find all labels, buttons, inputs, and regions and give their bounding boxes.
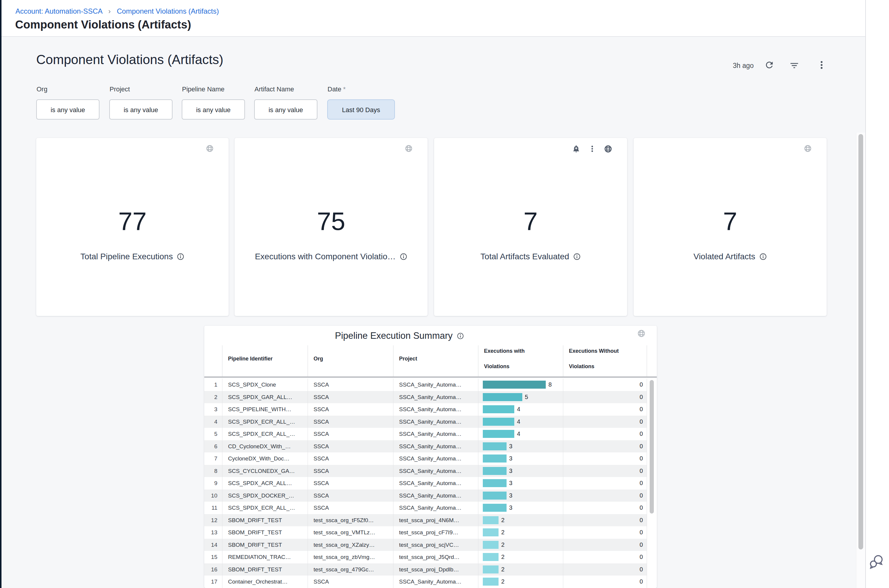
info-icon[interactable] <box>759 253 767 261</box>
cell-pipeline-identifier: SBOM_DRIFT_TEST <box>228 539 308 551</box>
tile-value: 77 <box>36 206 229 237</box>
table-row[interactable]: 5SCS_SPDX_ECR_ALL_…SSCASSCA_Sanity_Autom… <box>204 428 647 440</box>
violations-bar <box>483 516 499 524</box>
violations-bar-value: 5 <box>525 391 528 404</box>
row-number: 12 <box>204 514 217 526</box>
table-row[interactable]: 8SCS_CYCLONEDX_GA…SSCASSCA_Sanity_Automa… <box>204 465 647 477</box>
info-icon[interactable] <box>177 253 184 261</box>
table-row[interactable]: 7CycloneDX_With_Doc…SSCASSCA_Sanity_Auto… <box>204 452 647 465</box>
column-header-pipeline-identifier[interactable]: Pipeline Identifier <box>228 356 272 362</box>
cell-executions-without-violations: 0 <box>584 576 643 588</box>
cell-pipeline-identifier: SCS_SPDX_DOCKER_… <box>228 489 308 502</box>
violations-bar <box>483 418 514 426</box>
column-header-org[interactable]: Org <box>314 356 323 362</box>
breadcrumb-account-link[interactable]: Account: Automation-SSCA <box>15 7 102 15</box>
violations-bar <box>483 405 514 413</box>
violations-bar-value: 4 <box>517 403 520 416</box>
column-header-executions-with-violations[interactable]: Executions withViolations <box>484 348 525 370</box>
cell-pipeline-identifier: SCS_SPDX_GAR_ALL… <box>228 391 308 404</box>
breadcrumb-current-link[interactable]: Component Violations (Artifacts) <box>117 7 219 15</box>
tile-more-menu-icon[interactable] <box>588 145 596 153</box>
row-number: 6 <box>204 440 217 453</box>
cell-pipeline-identifier: SCS_CYCLONEDX_GA… <box>228 465 308 477</box>
violations-bar-value: 2 <box>501 563 504 576</box>
cell-org: test_ssca_org_tF5Zf0… <box>314 514 393 526</box>
column-header-project[interactable]: Project <box>399 356 417 362</box>
table-row[interactable]: 2SCS_SPDX_GAR_ALL…SSCASSCA_Sanity_Automa… <box>204 391 647 404</box>
column-divider <box>308 378 308 588</box>
row-number: 13 <box>204 526 217 539</box>
table-row[interactable]: 12SBOM_DRIFT_TESTtest_ssca_org_tF5Zf0…te… <box>204 514 647 526</box>
table-row[interactable]: 11SCS_SPDX_ECR_ALL_…SSCASSCA_Sanity_Auto… <box>204 502 647 514</box>
filter-icon[interactable] <box>789 60 799 70</box>
cell-pipeline-identifier: SCS_SPDX_ACR_ALL… <box>228 477 308 489</box>
tile-label: Violated Artifacts <box>693 252 755 261</box>
cell-pipeline-identifier: SCS_SPDX_ECR_ALL_… <box>228 428 308 440</box>
header-divider <box>222 345 223 377</box>
violations-bar <box>483 393 522 401</box>
violations-bar <box>483 492 507 500</box>
cell-org: SSCA <box>314 428 393 440</box>
table-row[interactable]: 13SBOM_DRIFT_TESTtest_ssca_org_VMTLz…tes… <box>204 526 647 539</box>
column-divider <box>563 378 563 588</box>
table-row[interactable]: 15REMEDIATION_TRAC…test_ssca_org_zbVmg…t… <box>204 551 647 563</box>
info-icon[interactable] <box>573 253 581 261</box>
violations-bar-value: 3 <box>509 489 513 502</box>
filter-pipeline-name-value[interactable]: is any value <box>182 99 245 120</box>
violations-bar-value: 2 <box>501 551 504 563</box>
cell-pipeline-identifier: SBOM_DRIFT_TEST <box>228 526 308 539</box>
table-row[interactable]: 3SCS_PIPELINE_WITH…SSCASSCA_Sanity_Autom… <box>204 403 647 416</box>
table-row[interactable]: 9SCS_SPDX_ACR_ALL…SSCASSCA_Sanity_Automa… <box>204 477 647 489</box>
chat-bubbles-icon[interactable] <box>868 554 885 570</box>
filter-date-value[interactable]: Last 90 Days <box>327 99 395 120</box>
tile-executions-with-component-violations: 75 Executions with Component Violatio… <box>235 138 427 316</box>
cell-pipeline-identifier: SCS_PIPELINE_WITH… <box>228 403 308 416</box>
cell-project: SSCA_Sanity_Automa… <box>399 465 478 477</box>
dashboard-right-border <box>865 0 866 588</box>
cell-pipeline-identifier: SCS_SPDX_ECR_ALL_… <box>228 416 308 428</box>
filter-artifact-name-value[interactable]: is any value <box>254 99 317 120</box>
last-refreshed-label: 3h ago <box>733 62 754 70</box>
table-scrollbar-thumb[interactable] <box>650 380 654 513</box>
info-icon[interactable] <box>457 332 464 340</box>
cell-pipeline-identifier: SBOM_DRIFT_TEST <box>228 563 308 576</box>
cell-project: SSCA_Sanity_Automa… <box>399 428 478 440</box>
violations-bar-value: 3 <box>509 502 513 514</box>
table-row[interactable]: 1SCS_SPDX_CloneSSCASSCA_Sanity_Automa…80 <box>204 378 647 391</box>
cell-project: SSCA_Sanity_Automa… <box>399 502 478 514</box>
table-row[interactable]: 4SCS_SPDX_ECR_ALL_…SSCASSCA_Sanity_Autom… <box>204 416 647 428</box>
refresh-icon[interactable] <box>764 60 775 70</box>
table-row[interactable]: 6CD_CycloneDX_With_…SSCASSCA_Sanity_Auto… <box>204 440 647 453</box>
info-icon[interactable] <box>400 253 408 261</box>
globe-icon[interactable] <box>206 144 214 153</box>
globe-icon[interactable] <box>804 144 812 153</box>
violations-bar <box>483 479 507 487</box>
cell-pipeline-identifier: Container_Orchestrat… <box>228 576 308 588</box>
cell-executions-without-violations: 0 <box>584 477 643 489</box>
add-alert-icon[interactable] <box>572 144 581 153</box>
tile-value: 7 <box>634 206 827 237</box>
table-row[interactable]: 10SCS_SPDX_DOCKER_…SSCASSCA_Sanity_Autom… <box>204 489 647 502</box>
cell-project: SSCA_Sanity_Automa… <box>399 452 478 465</box>
cell-org: test_ssca_org_zbVmg… <box>314 551 393 563</box>
violations-bar-value: 3 <box>509 477 513 489</box>
filter-org-value[interactable]: is any value <box>36 99 99 120</box>
filter-date-label: Date * <box>328 86 346 93</box>
more-menu-icon[interactable] <box>817 60 827 70</box>
row-number: 14 <box>204 539 217 551</box>
violations-bar <box>483 467 507 475</box>
column-header-executions-without-violations[interactable]: Executions WithoutViolations <box>569 348 619 370</box>
table-row[interactable]: 14SBOM_DRIFT_TESTtest_ssca_org_XZalzy…te… <box>204 539 647 551</box>
globe-icon[interactable] <box>637 329 645 338</box>
breadcrumb: Account: Automation-SSCA › Component Vio… <box>15 7 219 15</box>
globe-icon[interactable] <box>405 144 413 153</box>
row-number: 8 <box>204 465 217 477</box>
filter-project-value[interactable]: is any value <box>109 99 173 120</box>
page-scrollbar-thumb[interactable] <box>859 134 863 549</box>
table-row[interactable]: 17Container_Orchestrat…SSCASSCA_Sanity_A… <box>204 576 647 588</box>
row-number: 15 <box>204 551 217 563</box>
cell-org: SSCA <box>314 378 393 391</box>
globe-icon[interactable] <box>604 145 612 153</box>
cell-pipeline-identifier: SCS_SPDX_ECR_ALL_… <box>228 502 308 514</box>
table-row[interactable]: 16SBOM_DRIFT_TESTtest_ssca_org_479Gc…tes… <box>204 563 647 576</box>
